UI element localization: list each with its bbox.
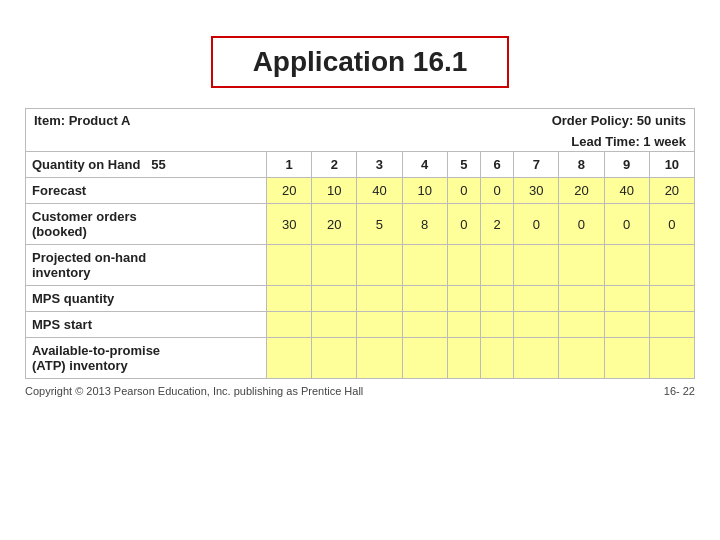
col-9: 9 (604, 152, 649, 178)
ph-2 (312, 245, 357, 286)
forecast-5: 0 (447, 178, 480, 204)
ms-4 (402, 312, 447, 338)
atp-5 (447, 338, 480, 379)
mq-8 (559, 286, 604, 312)
ph-9 (604, 245, 649, 286)
ph-1 (267, 245, 312, 286)
atp-label: Available-to-promise(ATP) inventory (26, 338, 267, 379)
customer-orders-row: Customer orders(booked) 30 20 5 8 0 2 0 … (26, 204, 695, 245)
mps-quantity-label: MPS quantity (26, 286, 267, 312)
ms-9 (604, 312, 649, 338)
mps-quantity-row: MPS quantity (26, 286, 695, 312)
col-4: 4 (402, 152, 447, 178)
forecast-8: 20 (559, 178, 604, 204)
atp-9 (604, 338, 649, 379)
forecast-label: Forecast (26, 178, 267, 204)
order-policy-label: Order Policy: 50 units (552, 113, 686, 128)
atp-4 (402, 338, 447, 379)
footer: Copyright © 2013 Pearson Education, Inc.… (25, 379, 695, 401)
mq-9 (604, 286, 649, 312)
ph-6 (480, 245, 513, 286)
lead-time-label: Lead Time: 1 week (571, 134, 686, 149)
qty-on-hand-label: Quantity on Hand 55 (26, 152, 267, 178)
mps-start-label: MPS start (26, 312, 267, 338)
ms-6 (480, 312, 513, 338)
projected-onhand-label: Projected on-handinventory (26, 245, 267, 286)
co-3: 5 (357, 204, 402, 245)
ph-5 (447, 245, 480, 286)
co-1: 30 (267, 204, 312, 245)
page-wrapper: Application 16.1 Item: Product A Order P… (0, 0, 720, 540)
atp-8 (559, 338, 604, 379)
ms-1 (267, 312, 312, 338)
co-2: 20 (312, 204, 357, 245)
main-table: Quantity on Hand 55 1 2 3 4 5 6 7 8 9 10… (25, 151, 695, 379)
atp-2 (312, 338, 357, 379)
atp-6 (480, 338, 513, 379)
ph-3 (357, 245, 402, 286)
col-3: 3 (357, 152, 402, 178)
mq-5 (447, 286, 480, 312)
item-label: Item: Product A (34, 113, 130, 128)
page-title: Application 16.1 (253, 46, 468, 77)
footer-page: 16- 22 (664, 385, 695, 397)
atp-3 (357, 338, 402, 379)
footer-copyright: Copyright © 2013 Pearson Education, Inc.… (25, 385, 363, 397)
forecast-9: 40 (604, 178, 649, 204)
ph-7 (514, 245, 559, 286)
ms-8 (559, 312, 604, 338)
ms-7 (514, 312, 559, 338)
co-8: 0 (559, 204, 604, 245)
mq-1 (267, 286, 312, 312)
lead-time-row: Lead Time: 1 week (25, 132, 695, 151)
forecast-3: 40 (357, 178, 402, 204)
ms-3 (357, 312, 402, 338)
projected-onhand-row: Projected on-handinventory (26, 245, 695, 286)
ms-10 (649, 312, 694, 338)
co-6: 2 (480, 204, 513, 245)
forecast-6: 0 (480, 178, 513, 204)
atp-7 (514, 338, 559, 379)
col-8: 8 (559, 152, 604, 178)
mps-start-row: MPS start (26, 312, 695, 338)
info-row: Item: Product A Order Policy: 50 units (25, 108, 695, 132)
col-7: 7 (514, 152, 559, 178)
co-5: 0 (447, 204, 480, 245)
forecast-7: 30 (514, 178, 559, 204)
ph-10 (649, 245, 694, 286)
forecast-10: 20 (649, 178, 694, 204)
col-6: 6 (480, 152, 513, 178)
ph-8 (559, 245, 604, 286)
table-header-row: Quantity on Hand 55 1 2 3 4 5 6 7 8 9 10 (26, 152, 695, 178)
co-10: 0 (649, 204, 694, 245)
col-2: 2 (312, 152, 357, 178)
mq-10 (649, 286, 694, 312)
mq-2 (312, 286, 357, 312)
atp-row: Available-to-promise(ATP) inventory (26, 338, 695, 379)
co-4: 8 (402, 204, 447, 245)
mq-6 (480, 286, 513, 312)
customer-orders-label: Customer orders(booked) (26, 204, 267, 245)
col-5: 5 (447, 152, 480, 178)
forecast-2: 10 (312, 178, 357, 204)
col-1: 1 (267, 152, 312, 178)
mq-7 (514, 286, 559, 312)
co-9: 0 (604, 204, 649, 245)
atp-1 (267, 338, 312, 379)
ms-5 (447, 312, 480, 338)
atp-10 (649, 338, 694, 379)
co-7: 0 (514, 204, 559, 245)
ms-2 (312, 312, 357, 338)
ph-4 (402, 245, 447, 286)
forecast-row: Forecast 20 10 40 10 0 0 30 20 40 20 (26, 178, 695, 204)
col-10: 10 (649, 152, 694, 178)
mq-3 (357, 286, 402, 312)
forecast-4: 10 (402, 178, 447, 204)
forecast-1: 20 (267, 178, 312, 204)
table-container: Item: Product A Order Policy: 50 units L… (25, 108, 695, 401)
mq-4 (402, 286, 447, 312)
title-box: Application 16.1 (211, 36, 510, 88)
